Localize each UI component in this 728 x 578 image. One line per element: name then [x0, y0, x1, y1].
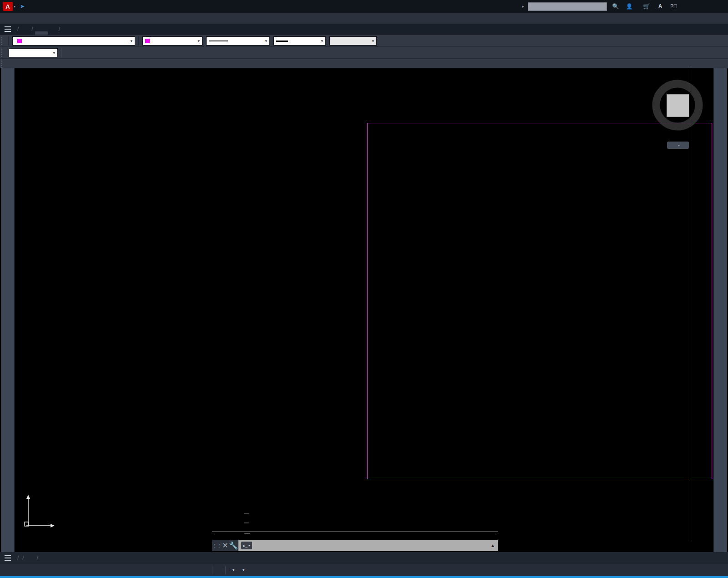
app-menu-caret-icon[interactable]: ▾ — [14, 5, 15, 9]
toolbar-grip[interactable] — [1, 37, 5, 45]
layout-tab-bar: / / / — [0, 552, 728, 564]
draw-toolbar — [1, 68, 15, 552]
annotation-scale-button[interactable]: ▾ — [228, 568, 238, 572]
tab-separator: / — [30, 26, 35, 32]
tab-separator: / — [57, 26, 62, 32]
tab-document[interactable] — [35, 31, 48, 35]
linetype-dropdown[interactable]: ▾ — [206, 36, 270, 46]
plotstyle-dropdown: ▾ — [329, 36, 377, 46]
share-plane-icon[interactable]: ➤ — [17, 2, 27, 11]
autocad-window: { "window": { "app_title": "Autodesk Aut… — [0, 0, 728, 578]
cart-icon[interactable]: 🛒 — [642, 2, 652, 11]
autodesk-logo-icon[interactable]: A — [655, 2, 665, 11]
command-bar-grip[interactable]: ⋮⋮ — [212, 543, 222, 548]
ucs-icon — [22, 493, 58, 533]
layout-menu-icon[interactable] — [0, 553, 15, 563]
lineweight-glyph — [276, 41, 288, 42]
linetype-glyph — [209, 41, 228, 41]
command-separator — [212, 532, 498, 532]
dimstyle-dropdown[interactable]: ▾ — [9, 48, 58, 57]
file-tab-bar: / / / — [0, 24, 728, 35]
command-scroll-up-icon[interactable]: ▲ — [490, 543, 495, 548]
command-history-line — [244, 522, 249, 523]
command-history-line — [244, 533, 250, 534]
help-icon[interactable]: ?⃝ — [669, 2, 679, 11]
color-swatch — [145, 39, 150, 43]
window-title — [228, 0, 234, 13]
tab-separator: / — [15, 26, 20, 32]
title-bar: A ▾ ➤ ▸ 🔍 👤 🛒 A ?⃝ — [0, 0, 728, 13]
color-dropdown[interactable]: ▾ — [142, 36, 202, 46]
chevron-down-icon[interactable]: ▾ — [321, 39, 323, 43]
command-input[interactable]: ▸_ ▾ ▲ — [238, 540, 498, 551]
lineweight-dropdown[interactable]: ▾ — [273, 36, 326, 46]
menu-bar — [0, 13, 728, 24]
autocad-app-icon[interactable]: A — [3, 2, 13, 11]
layer-dropdown[interactable]: ▾ — [12, 36, 135, 46]
toolbar-grip[interactable] — [1, 49, 5, 57]
search-input[interactable] — [528, 2, 607, 11]
standard-toolbar: ▾ ▾ ▾ ▾ ▾ — [0, 35, 728, 47]
collapse-search-icon[interactable]: ▸ — [522, 4, 524, 9]
layer-color-swatch — [17, 39, 22, 43]
units-button[interactable]: ▾ — [238, 568, 248, 572]
close-button[interactable] — [713, 2, 725, 11]
maximize-button[interactable] — [698, 2, 710, 11]
chevron-down-icon[interactable]: ▾ — [678, 143, 680, 147]
chevron-down-icon[interactable]: ▾ — [197, 39, 200, 43]
tab-menu-icon[interactable] — [0, 24, 15, 35]
command-bar: ⋮⋮ ✕ 🔧 ▸_ ▾ ▲ — [212, 540, 498, 551]
search-icon[interactable]: 🔍 — [611, 2, 621, 11]
command-close-icon[interactable]: ✕ — [222, 541, 228, 550]
status-bar: ▾ ▾ — [0, 564, 728, 577]
viewcube-top-face[interactable] — [667, 94, 689, 117]
quick-access-toolbar: A ▾ ➤ — [0, 2, 28, 11]
chevron-down-icon[interactable]: ▾ — [265, 39, 267, 43]
crosshair-vertical-line — [690, 68, 690, 542]
chevron-down-icon[interactable]: ▾ — [53, 51, 55, 55]
minimize-button[interactable] — [682, 2, 694, 11]
command-history-line — [244, 513, 249, 514]
dimension-toolbar: ▾ — [0, 46, 728, 59]
command-wrench-icon[interactable]: 🔧 — [229, 541, 238, 550]
chevron-down-icon[interactable]: ▾ — [130, 39, 132, 43]
refedit-toolbar — [0, 58, 728, 69]
modify-toolbar — [713, 68, 727, 552]
wcs-dropdown[interactable]: ▾ — [667, 142, 689, 149]
sheet-boundary-rectangle — [367, 123, 712, 479]
toolbar-grip[interactable] — [1, 60, 5, 68]
user-avatar-icon[interactable]: 👤 — [624, 2, 634, 11]
command-prompt-icon[interactable]: ▸_ ▾ — [241, 542, 252, 549]
